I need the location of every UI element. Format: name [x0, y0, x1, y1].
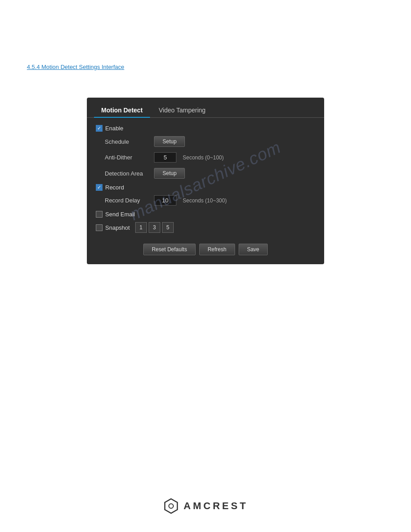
- send-email-checkbox[interactable]: [96, 211, 103, 218]
- reset-defaults-button[interactable]: Reset Defaults: [143, 244, 196, 255]
- schedule-value: Setup: [154, 136, 185, 147]
- snapshot-checkbox[interactable]: [96, 224, 103, 231]
- bottom-buttons: Reset Defaults Refresh Save: [96, 240, 315, 255]
- footer-logo: AMCREST: [163, 498, 248, 514]
- send-email-row: Send Email: [96, 211, 315, 218]
- anti-dither-label: Anti-Dither: [105, 154, 154, 161]
- record-delay-label: Record Delay: [105, 197, 154, 204]
- detection-area-setup-button[interactable]: Setup: [154, 168, 185, 179]
- detection-area-value: Setup: [154, 168, 185, 179]
- amcrest-logo-text: AMCREST: [184, 500, 248, 512]
- record-delay-value: Seconds (10~300): [154, 195, 227, 206]
- tabs-row: Motion Detect Video Tampering: [87, 98, 324, 118]
- snapshot-row: Snapshot 1 3 5: [96, 222, 315, 233]
- motion-detect-dialog: manualsarchive.com Motion Detect Video T…: [87, 98, 324, 264]
- enable-checkbox[interactable]: [96, 125, 103, 132]
- anti-dither-input[interactable]: [154, 152, 176, 163]
- top-section-link[interactable]: 4.5.4 Motion Detect Settings Interface: [27, 64, 124, 70]
- enable-label: Enable: [105, 125, 123, 132]
- snapshot-btn-5[interactable]: 5: [162, 222, 174, 233]
- tab-motion-detect[interactable]: Motion Detect: [94, 103, 150, 117]
- snapshot-btn-3[interactable]: 3: [149, 222, 160, 233]
- anti-dither-hint: Seconds (0~100): [183, 154, 224, 161]
- snapshot-label: Snapshot: [105, 224, 130, 231]
- record-delay-row: Record Delay Seconds (10~300): [96, 195, 315, 206]
- enable-row: Enable: [96, 125, 315, 132]
- tab-video-tampering[interactable]: Video Tampering: [152, 103, 213, 117]
- record-row: Record: [96, 184, 315, 191]
- dialog-content: Enable Schedule Setup Anti-Dither Second…: [87, 118, 324, 264]
- anti-dither-row: Anti-Dither Seconds (0~100): [96, 152, 315, 163]
- record-delay-hint: Seconds (10~300): [183, 197, 227, 204]
- snapshot-btn-1[interactable]: 1: [135, 222, 147, 233]
- schedule-row: Schedule Setup: [96, 136, 315, 147]
- snapshot-options: 1 3 5: [135, 222, 174, 233]
- refresh-button[interactable]: Refresh: [199, 244, 235, 255]
- svg-marker-0: [165, 499, 177, 513]
- schedule-setup-button[interactable]: Setup: [154, 136, 185, 147]
- schedule-label: Schedule: [105, 138, 154, 145]
- anti-dither-value: Seconds (0~100): [154, 152, 224, 163]
- send-email-label: Send Email: [105, 211, 135, 218]
- save-button[interactable]: Save: [239, 244, 268, 255]
- detection-area-label: Detection Area: [105, 170, 154, 177]
- record-label: Record: [105, 184, 124, 191]
- amcrest-logo-icon: [163, 498, 179, 514]
- record-delay-input[interactable]: [154, 195, 176, 206]
- detection-area-row: Detection Area Setup: [96, 168, 315, 179]
- record-checkbox[interactable]: [96, 184, 103, 191]
- svg-point-1: [169, 504, 173, 508]
